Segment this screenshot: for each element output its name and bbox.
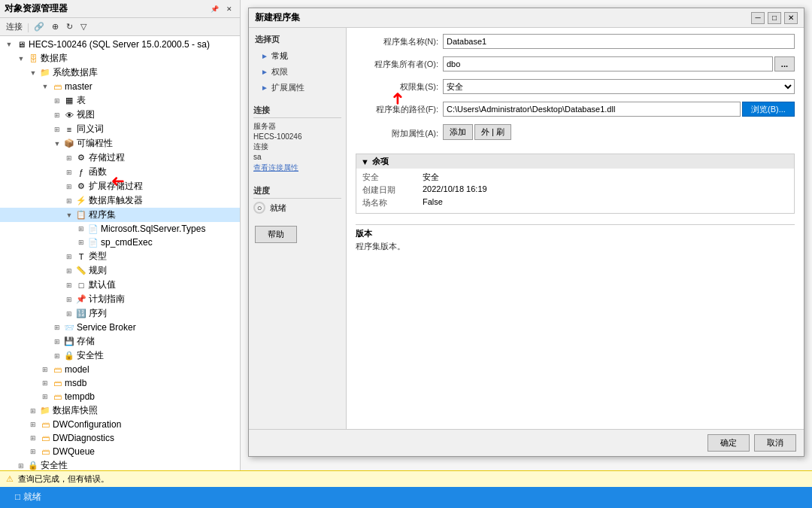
perm-set-label: 权限集(S): bbox=[356, 81, 438, 93]
extsp-expander[interactable]: ⊞ bbox=[63, 181, 75, 193]
sequences-node[interactable]: ⊞ 🔢 序列 bbox=[0, 306, 240, 321]
additional-props-row: 附加属性(A): 添加 外 | 刷 bbox=[356, 124, 795, 143]
connect-btn[interactable]: 连接 bbox=[3, 20, 26, 34]
dialog-maximize-btn[interactable]: □ bbox=[768, 12, 781, 24]
dwc-expander[interactable]: ⊞ bbox=[27, 418, 39, 430]
sb-expander[interactable]: ⊞ bbox=[51, 321, 63, 333]
dwconfig-node[interactable]: ⊞ 🗃 DWConfiguration bbox=[0, 418, 240, 431]
props-header[interactable]: ▼ 余项 bbox=[356, 154, 794, 169]
synonyms-node[interactable]: ⊞ ≡ 同义词 bbox=[0, 122, 240, 136]
nav-permissions[interactable]: ► 权限 bbox=[249, 64, 346, 80]
msdb-expander[interactable]: ⊞ bbox=[39, 377, 51, 389]
assemblies-node[interactable]: ▼ 📋 程序集 bbox=[0, 208, 240, 222]
owner-input[interactable] bbox=[443, 56, 773, 71]
planguides-node[interactable]: ⊞ 📌 计划指南 bbox=[0, 292, 240, 306]
tempdb-node[interactable]: ⊞ 🗃 tempdb bbox=[0, 390, 240, 403]
defaults-node[interactable]: ⊞ □ 默认值 bbox=[0, 278, 240, 292]
toolbar-icon1[interactable]: 🔗 bbox=[31, 20, 47, 33]
tables-node[interactable]: ⊞ ▦ 表 bbox=[0, 93, 240, 108]
sp-expander[interactable]: ⊞ bbox=[63, 152, 75, 164]
stor-expander[interactable]: ⊞ bbox=[51, 336, 63, 348]
dwq-expander[interactable]: ⊞ bbox=[27, 446, 39, 458]
conn-link[interactable]: 查看连接属性 bbox=[253, 163, 298, 172]
databases-node[interactable]: ▼ 🗄 数据库 bbox=[0, 51, 240, 65]
types-node[interactable]: ⊞ T 类型 bbox=[0, 249, 240, 263]
nav-ext-label: 扩展属性 bbox=[271, 82, 304, 93]
tempdb-expander[interactable]: ⊞ bbox=[39, 391, 51, 403]
master-expander[interactable]: ▼ bbox=[39, 81, 51, 93]
asm-path-input[interactable] bbox=[443, 102, 741, 117]
def-expander[interactable]: ⊞ bbox=[63, 279, 75, 291]
add-props-label: 附加属性(A): bbox=[356, 128, 438, 139]
dbtriggers-node[interactable]: ⊞ ⚡ 数据库触发器 bbox=[0, 193, 240, 208]
server-node[interactable]: ▼ 🖥 HECS-100246 (SQL Server 15.0.2000.5 … bbox=[0, 38, 240, 51]
asm2-expander[interactable]: ⊞ bbox=[75, 236, 87, 248]
tables-expander[interactable]: ⊞ bbox=[51, 95, 63, 107]
synonyms-expander[interactable]: ⊞ bbox=[51, 123, 63, 135]
storage-node[interactable]: ⊞ 💾 存储 bbox=[0, 334, 240, 348]
ext-refresh-btn[interactable]: 外 | 刷 bbox=[474, 124, 511, 140]
db-security-node[interactable]: ⊞ 🔒 安全性 bbox=[0, 348, 240, 363]
views-node[interactable]: ⊞ 👁 视图 bbox=[0, 108, 240, 122]
dbt-expander[interactable]: ⊞ bbox=[63, 195, 75, 207]
dialog-close-btn[interactable]: ✕ bbox=[784, 12, 798, 24]
oe-pin-btn[interactable]: 📌 bbox=[208, 4, 220, 14]
nav-extended-props[interactable]: ► 扩展属性 bbox=[249, 80, 346, 96]
dbsnapshot-node[interactable]: ⊞ 📁 数据库快照 bbox=[0, 403, 240, 418]
server-expander[interactable]: ▼ bbox=[3, 38, 15, 50]
dialog-body: 选择页 ► 常规 ► 权限 ► 扩展属性 连接 服务器 HECS-1002 bbox=[249, 28, 804, 429]
assembly-name-input[interactable] bbox=[443, 34, 795, 49]
dbsec-expander[interactable]: ⊞ bbox=[51, 350, 63, 362]
dwdiag-node[interactable]: ⊞ 🗃 DWDiagnostics bbox=[0, 431, 240, 445]
seq-expander[interactable]: ⊞ bbox=[63, 308, 75, 320]
add-perm-btn[interactable]: 添加 bbox=[443, 124, 473, 140]
asm-path-browse-btn[interactable]: 浏览(B)... bbox=[742, 102, 795, 117]
pg-expander[interactable]: ⊞ bbox=[63, 294, 75, 306]
msdb-node[interactable]: ⊞ 🗃 msdb bbox=[0, 376, 240, 390]
permissions-set-row: 权限集(S): 安全 bbox=[356, 79, 795, 94]
system-dbs-node[interactable]: ▼ 📁 系统数据库 bbox=[0, 65, 240, 80]
oe-close-btn[interactable]: ✕ bbox=[223, 4, 235, 14]
filter-btn[interactable]: ▽ bbox=[77, 20, 89, 33]
programmability-node[interactable]: ▼ 📦 可编程性 bbox=[0, 136, 240, 151]
types-expander[interactable]: ⊞ bbox=[63, 251, 75, 263]
dwd-expander[interactable]: ⊞ bbox=[27, 432, 39, 444]
dwd-label: DWDiagnostics bbox=[53, 433, 114, 443]
dwqueue-node[interactable]: ⊞ 🗃 DWQueue bbox=[0, 445, 240, 458]
views-expander[interactable]: ⊞ bbox=[51, 109, 63, 121]
system-dbs-expander[interactable]: ▼ bbox=[27, 67, 39, 79]
nav-general[interactable]: ► 常规 bbox=[249, 48, 346, 64]
asm1-expander[interactable]: ⊞ bbox=[75, 223, 87, 235]
func-expander[interactable]: ⊞ bbox=[63, 166, 75, 178]
prog-expander[interactable]: ▼ bbox=[51, 138, 63, 150]
progress-title: 进度 bbox=[253, 185, 341, 199]
service-broker-node[interactable]: ⊞ 📨 Service Broker bbox=[0, 321, 240, 334]
stored-procs-node[interactable]: ⊞ ⚙ 存储过程 bbox=[0, 151, 240, 165]
toolbar-icon2[interactable]: ⊕ bbox=[49, 20, 62, 33]
dialog-title: 新建程序集 bbox=[255, 11, 300, 24]
confirm-btn[interactable]: 确定 bbox=[707, 434, 750, 452]
progress-spinner: ○ bbox=[253, 202, 265, 214]
model-expander[interactable]: ⊞ bbox=[39, 364, 51, 376]
asm1-icon: 📄 bbox=[87, 223, 99, 235]
nav-help-btn[interactable]: 帮助 bbox=[255, 226, 297, 243]
ext-sp-node[interactable]: ⊞ ⚙ 扩展存储过程 bbox=[0, 179, 240, 193]
dialog-titlebar: 新建程序集 ─ □ ✕ bbox=[249, 8, 804, 28]
snap-expander[interactable]: ⊞ bbox=[27, 405, 39, 417]
master-node[interactable]: ▼ 🗃 master bbox=[0, 80, 240, 93]
assembly2-node[interactable]: ⊞ 📄 sp_cmdExec bbox=[0, 236, 240, 249]
refresh-btn[interactable]: ↻ bbox=[63, 20, 76, 33]
prog-icon: 📦 bbox=[63, 138, 75, 150]
rules-expander[interactable]: ⊞ bbox=[63, 265, 75, 277]
asm-expander[interactable]: ▼ bbox=[63, 209, 75, 221]
dialog-minimize-btn[interactable]: ─ bbox=[751, 12, 765, 24]
assembly1-node[interactable]: ⊞ 📄 Microsoft.SqlServer.Types bbox=[0, 222, 240, 236]
databases-expander[interactable]: ▼ bbox=[15, 53, 27, 65]
owner-browse-btn[interactable]: ... bbox=[774, 56, 795, 71]
model-node[interactable]: ⊞ 🗃 model bbox=[0, 363, 240, 376]
cancel-btn[interactable]: 取消 bbox=[754, 434, 796, 452]
dwc-icon: 🗃 bbox=[39, 418, 51, 430]
rules-node[interactable]: ⊞ 📏 规则 bbox=[0, 263, 240, 278]
functions-node[interactable]: ⊞ ƒ 函数 bbox=[0, 165, 240, 179]
perm-set-select[interactable]: 安全 bbox=[443, 79, 795, 94]
